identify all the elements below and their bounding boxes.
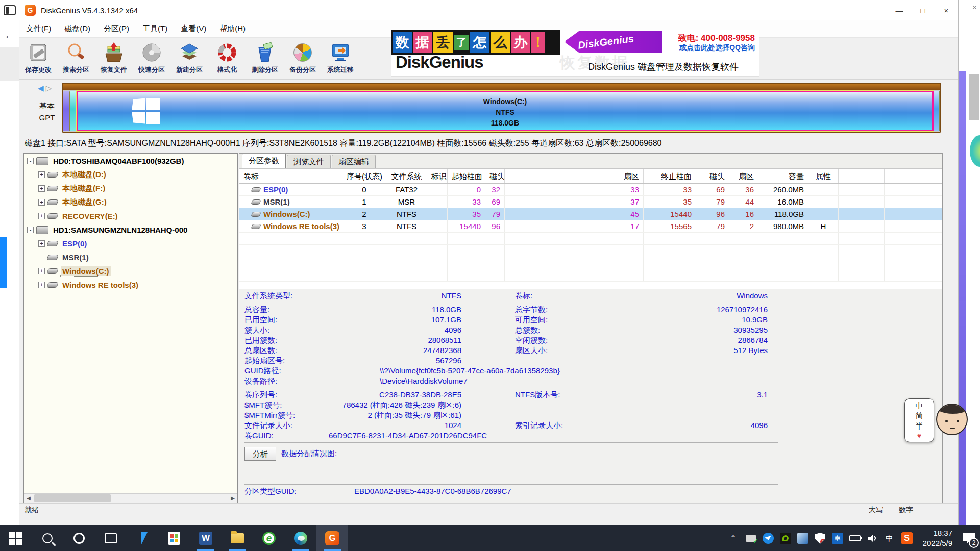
- tree-item-local-d[interactable]: + 本地磁盘(D:): [24, 168, 237, 181]
- tree-horizontal-scrollbar[interactable]: ◀ ▶: [24, 493, 237, 503]
- close-button[interactable]: ×: [935, 0, 958, 20]
- thunder-button[interactable]: [127, 525, 158, 551]
- ime-halfwidth[interactable]: 半: [916, 421, 923, 431]
- tree-item-windows-re[interactable]: + Windows RE tools(3): [24, 279, 237, 291]
- tree-item-recovery-e[interactable]: + RECOVERY(E:): [24, 210, 237, 222]
- tree-item-label[interactable]: Windows(C:): [61, 266, 111, 276]
- scroll-right-arrow[interactable]: ▶: [228, 494, 237, 503]
- scroll-left-arrow[interactable]: ◀: [24, 494, 33, 503]
- volume-tray-icon[interactable]: [864, 525, 881, 551]
- close-icon[interactable]: ×: [972, 3, 977, 12]
- col-attributes[interactable]: 属性: [808, 169, 839, 183]
- tree-item-label[interactable]: Windows RE tools(3): [61, 280, 140, 290]
- col-start-sector[interactable]: 扇区: [505, 169, 644, 183]
- ad-banner[interactable]: 数 据 丢 了 怎 么 办 ！ 恢复数据 DiskGenius DiskGeni…: [391, 30, 760, 77]
- col-capacity[interactable]: 容量: [758, 169, 808, 183]
- tree-item-windows-c[interactable]: + Windows(C:): [24, 265, 237, 278]
- tree-item-label[interactable]: 本地磁盘(G:): [61, 197, 108, 208]
- tree-item-esp[interactable]: + ESP(0): [24, 237, 237, 250]
- disk-next-arrow[interactable]: ▷: [46, 84, 52, 92]
- col-filesystem[interactable]: 文件系统: [386, 169, 427, 183]
- table-row-windows-c-selected[interactable]: Windows(C:) 2 NTFS 35 79 45 15440 96 16 …: [239, 208, 942, 220]
- tab-browse-files[interactable]: 浏览文件: [287, 155, 331, 168]
- new-partition-button[interactable]: 新建分区: [170, 38, 208, 79]
- tree-item-label[interactable]: RECOVERY(E:): [61, 211, 119, 221]
- printer-tray-icon[interactable]: [742, 525, 760, 551]
- tree-expander[interactable]: +: [38, 199, 45, 206]
- tree-item-hd0[interactable]: - HD0:TOSHIBAMQ04ABF100(932GB): [24, 155, 237, 167]
- delete-partition-button[interactable]: 删除分区: [246, 38, 284, 79]
- tree-item-local-f[interactable]: + 本地磁盘(F:): [24, 182, 237, 195]
- word-button[interactable]: W: [190, 525, 222, 551]
- tree-expander[interactable]: -: [27, 227, 34, 233]
- battery-tray-icon[interactable]: [846, 525, 864, 551]
- dingtalk-tray-icon[interactable]: [760, 525, 777, 551]
- ime-lang[interactable]: 中: [916, 401, 923, 411]
- table-row-msr[interactable]: MSR(1) 1 MSR 33 69 37 35 79 44 16.0MB: [239, 196, 942, 208]
- analyze-button[interactable]: 分析: [244, 447, 276, 461]
- menu-file[interactable]: 文件(F): [19, 24, 58, 34]
- cortana-button[interactable]: [63, 525, 95, 551]
- col-index-status[interactable]: 序号(状态): [342, 169, 386, 183]
- store-button[interactable]: [158, 525, 190, 551]
- maximize-button[interactable]: □: [911, 0, 935, 20]
- col-start-head[interactable]: 磁头: [485, 169, 505, 183]
- menu-partition[interactable]: 分区(P): [97, 24, 136, 34]
- col-volume-label[interactable]: 卷标: [239, 169, 342, 183]
- partition-block-re-tools[interactable]: [934, 91, 940, 131]
- tree-item-label[interactable]: HD0:TOSHIBAMQ04ABF100(932GB): [52, 156, 185, 166]
- menu-disk[interactable]: 磁盘(D): [58, 24, 97, 34]
- quick-partition-button[interactable]: 快速分区: [133, 38, 170, 79]
- tree-expander[interactable]: +: [38, 240, 45, 247]
- heart-icon[interactable]: ♥: [917, 432, 921, 440]
- tree-expander[interactable]: +: [38, 213, 45, 219]
- col-flag[interactable]: 标识: [427, 169, 448, 183]
- col-end-head[interactable]: 磁头: [696, 169, 729, 183]
- save-changes-button[interactable]: 保存更改: [19, 38, 57, 79]
- tree-item-hd1[interactable]: - HD1:SAMSUNGMZNLN128HAHQ-000: [24, 223, 237, 236]
- col-end-cylinder[interactable]: 终止柱面: [644, 169, 696, 183]
- sogou-tray-icon[interactable]: S: [898, 525, 916, 551]
- scrollbar-thumb[interactable]: [34, 494, 111, 502]
- tree-item-label[interactable]: HD1:SAMSUNGMZNLN128HAHQ-000: [52, 225, 189, 235]
- file-explorer-button[interactable]: [222, 525, 253, 551]
- ime-toolbar[interactable]: 中 简 半 ♥: [904, 398, 968, 442]
- ime-simplified[interactable]: 简: [916, 411, 923, 421]
- taskbar-clock[interactable]: 18:37 2022/5/9: [923, 528, 952, 548]
- taskbar-search-button[interactable]: [32, 525, 63, 551]
- diskgenius-taskbar-button[interactable]: G: [316, 525, 348, 551]
- green-browser-button[interactable]: e: [253, 525, 285, 551]
- tree-item-local-g[interactable]: + 本地磁盘(G:): [24, 196, 237, 209]
- back-arrow-icon[interactable]: ←: [4, 29, 15, 42]
- format-button[interactable]: 格式化: [208, 38, 246, 79]
- partition-block-esp[interactable]: [63, 91, 70, 131]
- disk-prev-arrow[interactable]: ◀: [38, 84, 44, 92]
- tree-expander[interactable]: +: [38, 185, 45, 192]
- scrollbar-thumb[interactable]: [969, 74, 979, 120]
- menu-help[interactable]: 帮助(H): [213, 24, 252, 34]
- system-migrate-button[interactable]: 系统迁移: [322, 38, 359, 79]
- nvidia-tray-icon[interactable]: [777, 525, 794, 551]
- tree-expander[interactable]: +: [38, 171, 45, 178]
- notification-center-button[interactable]: 2: [958, 525, 980, 551]
- tree-item-msr[interactable]: MSR(1): [24, 251, 237, 264]
- minimize-button[interactable]: —: [888, 0, 911, 20]
- banner-qq-link[interactable]: 或点击此处选择QQ咨询: [679, 43, 755, 53]
- partition-block-windows-c[interactable]: Windows(C:) NTFS 118.0GB: [77, 91, 934, 131]
- tree-expander[interactable]: +: [38, 282, 45, 288]
- menu-tools[interactable]: 工具(T): [136, 24, 174, 34]
- tray-expand-chevron[interactable]: ⌃: [725, 525, 742, 551]
- tree-item-label[interactable]: MSR(1): [61, 253, 90, 262]
- tree-item-label[interactable]: 本地磁盘(F:): [61, 183, 107, 194]
- search-partition-button[interactable]: 搜索分区: [57, 38, 95, 79]
- tree-item-label[interactable]: ESP(0): [61, 239, 88, 248]
- intel-graphics-tray-icon[interactable]: [794, 525, 812, 551]
- ime-status-box[interactable]: 中 简 半 ♥: [904, 398, 934, 442]
- table-row-windows-re[interactable]: Windows RE tools(3) 3 NTFS 15440 96 17 1…: [239, 220, 942, 233]
- tree-expander[interactable]: +: [38, 268, 45, 274]
- tab-sector-edit[interactable]: 扇区编辑: [332, 155, 376, 168]
- tree-expander[interactable]: -: [27, 158, 34, 164]
- edge-button[interactable]: [285, 525, 316, 551]
- col-end-sector[interactable]: 扇区: [729, 169, 758, 183]
- table-row-esp[interactable]: ESP(0) 0 FAT32 0 32 33 33 69 36 260.0MB: [239, 184, 942, 196]
